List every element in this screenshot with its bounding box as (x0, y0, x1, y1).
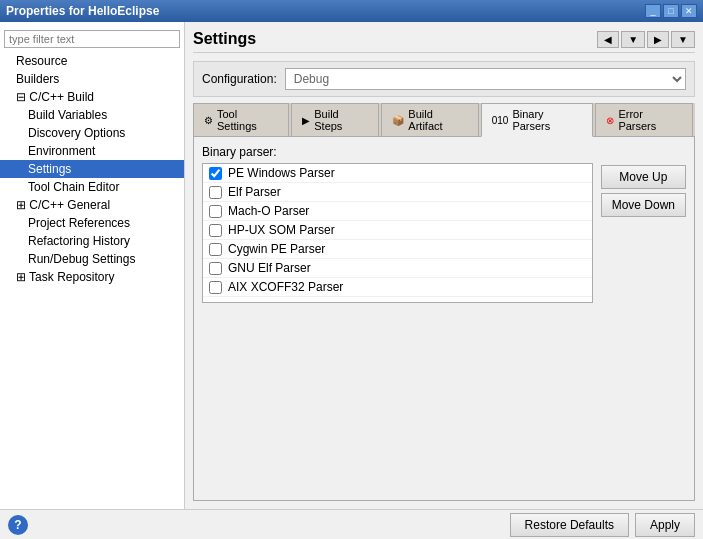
tab-buildartifact[interactable]: 📦 Build Artifact (381, 103, 478, 136)
list-item[interactable]: Elf Parser (203, 183, 592, 202)
sidebar-item-refactoring[interactable]: Refactoring History (0, 232, 184, 250)
nav-arrows: ◀ ▼ ▶ ▼ (597, 31, 695, 48)
sidebar-item-environment[interactable]: Environment (0, 142, 184, 160)
sidebar-item-taskrepo[interactable]: ⊞ Task Repository (0, 268, 184, 286)
tab-errorparsers-label: Error Parsers (618, 108, 682, 132)
parser-label-aix: AIX XCOFF32 Parser (228, 280, 343, 294)
config-label: Configuration: (202, 72, 277, 86)
buildartifact-icon: 📦 (392, 115, 404, 126)
parser-checkbox-hpux[interactable] (209, 224, 222, 237)
parsers-area: PE Windows Parser Elf Parser Mach-O Pars… (202, 163, 686, 492)
buildsteps-icon: ▶ (302, 115, 310, 126)
nav-back-button[interactable]: ◀ (597, 31, 619, 48)
parsers-buttons: Move Up Move Down (601, 163, 686, 492)
parsers-list: PE Windows Parser Elf Parser Mach-O Pars… (202, 163, 593, 303)
sidebar-item-cppgeneral[interactable]: ⊞ C/C++ General (0, 196, 184, 214)
nav-down-button[interactable]: ▼ (621, 31, 645, 48)
main-container: Resource Builders ⊟ C/C++ Build Build Va… (0, 22, 703, 509)
parser-label-pe: PE Windows Parser (228, 166, 335, 180)
parser-checkbox-macho[interactable] (209, 205, 222, 218)
list-item[interactable]: Cygwin PE Parser (203, 240, 592, 259)
sidebar: Resource Builders ⊟ C/C++ Build Build Va… (0, 22, 185, 509)
sidebar-item-projectrefs[interactable]: Project References (0, 214, 184, 232)
parsers-label: Binary parser: (202, 145, 686, 159)
window-controls[interactable]: _ □ ✕ (645, 4, 697, 18)
parser-checkbox-cygwin[interactable] (209, 243, 222, 256)
binaryparsers-icon: 010 (492, 115, 509, 126)
sidebar-item-discovery[interactable]: Discovery Options (0, 124, 184, 142)
tab-buildartifact-label: Build Artifact (408, 108, 467, 132)
sidebar-item-builders[interactable]: Builders (0, 70, 184, 88)
sidebar-item-buildvars[interactable]: Build Variables (0, 106, 184, 124)
parser-label-hpux: HP-UX SOM Parser (228, 223, 335, 237)
bottom-bar: ? Restore Defaults Apply (0, 509, 703, 539)
parser-checkbox-pe[interactable] (209, 167, 222, 180)
list-item[interactable]: Mach-O Parser (203, 202, 592, 221)
config-select[interactable]: Debug (285, 68, 686, 90)
parser-label-cygwin: Cygwin PE Parser (228, 242, 325, 256)
toolsettings-icon: ⚙ (204, 115, 213, 126)
tab-toolsettings[interactable]: ⚙ Tool Settings (193, 103, 289, 136)
parser-checkbox-gnuelf[interactable] (209, 262, 222, 275)
nav-down2-button[interactable]: ▼ (671, 31, 695, 48)
errorparsers-icon: ⊗ (606, 115, 614, 126)
maximize-button[interactable]: □ (663, 4, 679, 18)
content-area: Settings ◀ ▼ ▶ ▼ Configuration: Debug ⚙ … (185, 22, 703, 509)
tabs-row: ⚙ Tool Settings ▶ Build Steps 📦 Build Ar… (193, 103, 695, 137)
tab-binaryparsers[interactable]: 010 Binary Parsers (481, 103, 594, 137)
list-item[interactable]: GNU Elf Parser (203, 259, 592, 278)
move-down-button[interactable]: Move Down (601, 193, 686, 217)
tab-buildsteps[interactable]: ▶ Build Steps (291, 103, 379, 136)
sidebar-item-settings[interactable]: Settings (0, 160, 184, 178)
list-item[interactable]: AIX XCOFF32 Parser (203, 278, 592, 297)
sidebar-item-toolchain[interactable]: Tool Chain Editor (0, 178, 184, 196)
parser-label-elf: Elf Parser (228, 185, 281, 199)
apply-button[interactable]: Apply (635, 513, 695, 537)
move-up-button[interactable]: Move Up (601, 165, 686, 189)
nav-forward-button[interactable]: ▶ (647, 31, 669, 48)
list-item[interactable]: PE Windows Parser (203, 164, 592, 183)
parser-checkbox-aix[interactable] (209, 281, 222, 294)
bottom-left: ? (8, 515, 504, 535)
restore-defaults-button[interactable]: Restore Defaults (510, 513, 629, 537)
tab-errorparsers[interactable]: ⊗ Error Parsers (595, 103, 693, 136)
help-button[interactable]: ? (8, 515, 28, 535)
page-title: Settings (193, 30, 256, 48)
minimize-button[interactable]: _ (645, 4, 661, 18)
config-row: Configuration: Debug (193, 61, 695, 97)
tab-content: Binary parser: PE Windows Parser Elf Par… (193, 137, 695, 501)
title-bar: Properties for HelloEclipse _ □ ✕ (0, 0, 703, 22)
content-header: Settings ◀ ▼ ▶ ▼ (193, 30, 695, 53)
parser-checkbox-elf[interactable] (209, 186, 222, 199)
tab-binaryparsers-label: Binary Parsers (512, 108, 582, 132)
sidebar-item-resource[interactable]: Resource (0, 52, 184, 70)
window-title: Properties for HelloEclipse (6, 4, 159, 18)
close-button[interactable]: ✕ (681, 4, 697, 18)
sidebar-item-cppbuild[interactable]: ⊟ C/C++ Build (0, 88, 184, 106)
sidebar-item-rundebug[interactable]: Run/Debug Settings (0, 250, 184, 268)
parser-label-macho: Mach-O Parser (228, 204, 309, 218)
tab-toolsettings-label: Tool Settings (217, 108, 278, 132)
tab-buildsteps-label: Build Steps (314, 108, 368, 132)
parser-label-gnuelf: GNU Elf Parser (228, 261, 311, 275)
filter-input[interactable] (4, 30, 180, 48)
list-item[interactable]: HP-UX SOM Parser (203, 221, 592, 240)
